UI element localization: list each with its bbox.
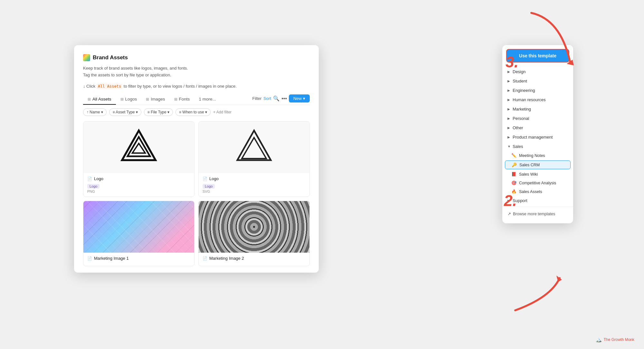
more-options-button[interactable]: ••• xyxy=(281,96,287,102)
asset-card-logo-svg[interactable]: 📄 Logo Logo SVG xyxy=(198,121,310,197)
sidebar-item-personal[interactable]: ▶ Personal xyxy=(502,114,573,123)
filter-asset-type[interactable]: ≡ Asset Type ▾ xyxy=(109,108,141,116)
add-filter-button[interactable]: + Add filter xyxy=(213,110,232,114)
tab-actions: Filter Sort 🔍 ••• New ▾ xyxy=(252,94,310,104)
meeting-notes-icon: ✏️ xyxy=(511,153,516,158)
svg-marker-3 xyxy=(237,131,271,160)
logos-icon: ⊞ xyxy=(120,97,124,102)
asset-info-marketing2: 📄 Marketing Image 2 xyxy=(199,253,309,266)
sidebar-item-competitive-analysis[interactable]: 🎯 Competitive Analysis xyxy=(502,179,573,187)
sidebar-item-product[interactable]: ▶ Product management xyxy=(502,132,573,142)
filter-when-to-use[interactable]: ≡ When to use ▾ xyxy=(175,108,211,116)
panel-desc-highlight-row: ↓ Click All Assets to filter by type, or… xyxy=(83,83,310,90)
brand-icon: 🏔️ xyxy=(595,336,602,343)
desc-line2: Tag the assets to sort by file type or a… xyxy=(83,73,171,77)
sidebar-item-marketing[interactable]: ▶ Marketing xyxy=(502,104,573,114)
sidebar-label-product: Product management xyxy=(513,135,553,140)
chevron-product: ▶ xyxy=(507,135,510,139)
tab-images[interactable]: ⊞ Images xyxy=(141,94,169,105)
sidebar-label-sales-wiki: Sales Wiki xyxy=(519,172,538,177)
sidebar-item-engineering[interactable]: ▶ Engineering xyxy=(502,86,573,95)
asset-file-icon3: 📄 xyxy=(87,256,92,261)
all-assets-icon: ⊞ xyxy=(88,97,91,102)
sidebar-label-competitive-analysis: Competitive Analysis xyxy=(519,181,556,185)
chevron-personal: ▶ xyxy=(507,117,510,120)
sidebar-item-sales-wiki[interactable]: 📕 Sales Wiki xyxy=(502,170,573,179)
sidebar-label-personal: Personal xyxy=(513,116,529,121)
filter-button[interactable]: Filter xyxy=(252,96,261,101)
chevron-sales: ▼ xyxy=(507,145,511,148)
asset-name-label4: Marketing Image 2 xyxy=(209,256,244,261)
asset-file-icon4: 📄 xyxy=(203,256,207,261)
chevron-hr: ▶ xyxy=(507,98,510,102)
panel-title: Brand Assets xyxy=(93,54,128,61)
filter-name[interactable]: ↑ Name ▾ xyxy=(83,108,107,116)
asset-preview-marketing1 xyxy=(83,201,194,253)
asset-tag-logo2: Logo xyxy=(203,184,215,189)
sidebar-label-hr: Human resources xyxy=(513,97,546,102)
tab-more[interactable]: 1 more... xyxy=(194,94,220,105)
asset-name-logo-svg: 📄 Logo xyxy=(203,176,306,181)
filter-file-type[interactable]: ≡ File Type ▾ xyxy=(144,108,173,116)
logo-svg-outline xyxy=(235,128,273,167)
sidebar-item-meeting-notes[interactable]: ✏️ Meeting Notes xyxy=(502,151,573,160)
browse-more-label: Browse more templates xyxy=(513,212,555,216)
asset-name-label3: Marketing Image 1 xyxy=(94,256,129,261)
new-button[interactable]: New ▾ xyxy=(289,94,310,102)
desc3-post: to filter by type, or to view logos / fo… xyxy=(124,84,237,89)
sidebar-label-student: Student xyxy=(513,79,527,83)
sidebar-label-meeting-notes: Meeting Notes xyxy=(519,153,545,158)
asset-type-svg: SVG xyxy=(203,189,306,193)
tab-logos[interactable]: ⊞ Logos xyxy=(116,94,142,105)
chevron-engineering: ▶ xyxy=(507,89,510,92)
brand-name: The Growth Monk xyxy=(604,337,634,342)
sidebar-item-student[interactable]: ▶ Student xyxy=(502,76,573,86)
sidebar-item-other[interactable]: ▶ Other xyxy=(502,123,573,132)
brand-assets-panel: Brand Assets Keep track of brand assets … xyxy=(74,45,319,273)
asset-preview-logo-svg xyxy=(199,121,309,173)
tab-fonts[interactable]: ⊞ Fonts xyxy=(170,94,194,105)
tab-all-assets-label: All Assets xyxy=(92,97,111,102)
sidebar-item-sales-crm[interactable]: 🔑 Sales CRM xyxy=(505,160,571,169)
asset-tag-logo: Logo xyxy=(87,184,99,189)
asset-info-logo-svg: 📄 Logo Logo SVG xyxy=(199,173,309,197)
asset-card-marketing1[interactable]: 📄 Marketing Image 1 xyxy=(83,201,194,266)
sales-wiki-icon: 📕 xyxy=(511,172,516,177)
sidebar-item-sales[interactable]: ▼ Sales xyxy=(502,142,573,151)
new-button-chevron: ▾ xyxy=(303,96,305,101)
step-3-label: 3. xyxy=(506,53,518,71)
asset-name-label: Logo xyxy=(94,176,103,181)
tab-all-assets[interactable]: ⊞ All Assets xyxy=(83,94,116,105)
chevron-marketing: ▶ xyxy=(507,107,510,111)
asset-name-marketing2: 📄 Marketing Image 2 xyxy=(203,256,306,261)
all-assets-highlight: All Assets xyxy=(97,84,122,89)
asset-grid: 📄 Logo Logo PNG 📄 xyxy=(83,121,310,273)
sidebar-item-hr[interactable]: ▶ Human resources xyxy=(502,95,573,104)
sales-crm-icon: 🔑 xyxy=(512,162,517,167)
asset-name-logo-png: 📄 Logo xyxy=(87,176,190,181)
competitive-analysis-icon: 🎯 xyxy=(511,180,516,185)
search-button[interactable]: 🔍 xyxy=(273,95,279,102)
arrow-step2 xyxy=(506,259,570,317)
svg-marker-6 xyxy=(556,276,562,282)
logo-svg-filled xyxy=(119,128,158,167)
svg-marker-4 xyxy=(242,138,266,159)
panel-description: Keep track of brand assets like logos, i… xyxy=(83,65,310,79)
step-2-label: 2. xyxy=(504,192,517,209)
brand-logo: 🏔️ The Growth Monk xyxy=(595,336,634,343)
images-icon: ⊞ xyxy=(146,97,149,102)
sidebar-label-sales: Sales xyxy=(513,144,523,149)
chevron-student: ▶ xyxy=(507,79,510,83)
tab-more-label: 1 more... xyxy=(199,97,216,102)
asset-card-logo-png[interactable]: 📄 Logo Logo PNG xyxy=(83,121,194,197)
browse-more-link[interactable]: ↗ Browse more templates xyxy=(502,208,573,219)
asset-card-marketing2[interactable]: 📄 Marketing Image 2 xyxy=(198,201,310,266)
asset-info-logo-png: 📄 Logo Logo PNG xyxy=(83,173,194,197)
panel-header: Brand Assets xyxy=(83,54,310,61)
sidebar-label-sales-assets: Sales Assets xyxy=(519,189,542,194)
tabs-row: ⊞ All Assets ⊞ Logos ⊞ Images ⊞ Fonts 1 … xyxy=(83,94,310,105)
panel-icon xyxy=(83,54,90,61)
sort-button[interactable]: Sort xyxy=(263,96,271,101)
asset-info-marketing1: 📄 Marketing Image 1 xyxy=(83,253,194,266)
browse-more-arrow: ↗ xyxy=(507,211,511,216)
